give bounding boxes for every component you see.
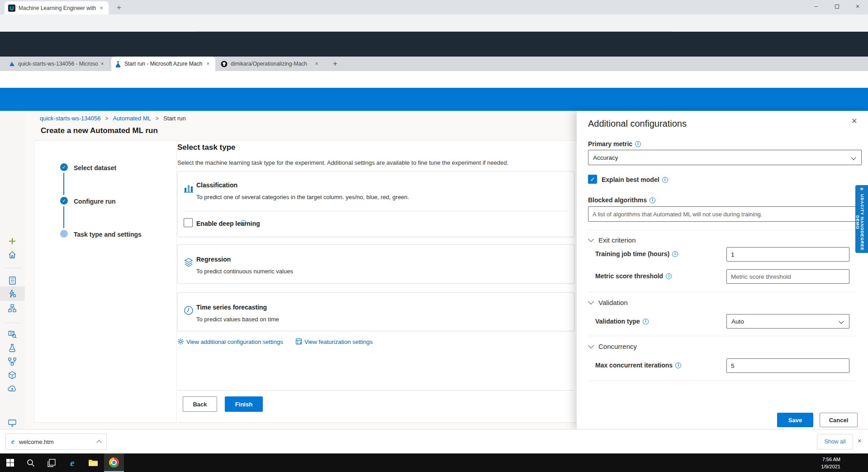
close-icon[interactable] (847, 0, 868, 13)
close-icon[interactable] (851, 117, 857, 125)
metric-threshold-label: Metric score threshold (595, 272, 663, 280)
chrome-button[interactable] (104, 453, 124, 472)
chevron-right-icon (105, 115, 108, 122)
close-icon[interactable] (98, 5, 105, 12)
outer-tab-strip: Machine Learning Engineer with (0, 0, 868, 14)
enable-deep-learning-label: Enable deep learning (196, 220, 260, 227)
datasets-icon[interactable] (7, 329, 18, 340)
primary-metric-select[interactable]: Accuracy (588, 150, 862, 165)
automated-ml-icon[interactable] (7, 288, 18, 299)
outer-browser-tab[interactable]: Machine Learning Engineer with (5, 1, 109, 14)
azure-header: Microsoft Azure Machine Learning ? O1 (0, 88, 868, 111)
chevron-up-icon[interactable] (96, 440, 101, 445)
new-tab-button[interactable] (114, 3, 124, 13)
task-card-regression[interactable]: Regression To predict continuous numeric… (177, 244, 574, 284)
models-icon[interactable] (7, 370, 18, 381)
step-task-type-icon[interactable] (60, 230, 68, 238)
info-icon[interactable] (650, 197, 655, 203)
step-select-dataset[interactable]: Select dataset (74, 164, 116, 172)
udacity-demo-tab[interactable]: UDACITY NANODEGREE DEMO (855, 185, 868, 253)
validation-section[interactable]: Validation (589, 299, 628, 306)
blocked-algorithms-label: Blocked algorithms (588, 196, 647, 204)
breadcrumb-automl[interactable]: Automated ML (113, 115, 151, 122)
vm-tab-start-run[interactable]: Start run - Microsoft Azure Mach (111, 57, 215, 71)
clock-date: 1/9/2021 (814, 463, 840, 471)
file-explorer-button[interactable] (83, 453, 103, 472)
task-view-button[interactable] (42, 453, 62, 472)
step-task-type[interactable]: Task type and settings (74, 231, 142, 238)
info-icon[interactable] (643, 319, 649, 324)
info-icon[interactable] (666, 273, 672, 279)
nav-menu-icon[interactable] (8, 225, 17, 231)
start-button[interactable] (0, 453, 20, 472)
close-icon[interactable] (99, 60, 106, 67)
view-featurization-link[interactable]: View featurization settings (304, 339, 373, 345)
info-icon[interactable] (672, 251, 678, 257)
metric-score-threshold-input[interactable] (726, 269, 849, 284)
divider (4, 268, 22, 268)
taskbar-clock[interactable]: 7:56 AM 1/9/2021 (814, 456, 840, 471)
expand-icon (855, 185, 868, 192)
view-additional-config-link[interactable]: View additional configuration settings (186, 339, 283, 345)
validation-type-select[interactable]: Auto (726, 314, 849, 329)
home-icon[interactable] (7, 249, 18, 260)
show-all-button[interactable]: Show all (817, 434, 853, 449)
section-heading: Select task type (177, 143, 236, 152)
finish-button[interactable]: Finish (225, 396, 263, 412)
vm-tab-github[interactable]: dimikara/Operationalizing-Mach (217, 57, 324, 71)
outer-toolbar: ◁ ▷ classroom.udacity.com/nanodegrees/nd… (0, 14, 868, 32)
experiments-icon[interactable] (7, 343, 18, 353)
divider (184, 211, 568, 211)
endpoints-icon[interactable] (7, 383, 18, 394)
search-button[interactable] (21, 453, 41, 472)
enable-deep-learning-checkbox[interactable] (184, 218, 193, 227)
breadcrumb: quick-starts-ws-134056 Automated ML Star… (40, 115, 186, 122)
blocked-algorithms-input[interactable] (588, 206, 862, 222)
chevron-down-icon (588, 343, 594, 348)
close-icon[interactable] (313, 60, 320, 67)
exit-criterion-section[interactable]: Exit criterion (589, 236, 636, 244)
task-card-classification[interactable]: Classification To predict one of several… (177, 171, 574, 237)
step-configure-run[interactable]: Configure run (74, 198, 116, 205)
concurrency-section[interactable]: Concurrency (589, 343, 637, 350)
azure-ml-flask-icon (115, 61, 121, 67)
chevron-down-icon (588, 299, 594, 305)
chevron-down-icon (839, 319, 844, 324)
task-desc: To predict continuous numeric values (196, 268, 293, 275)
internet-explorer-button[interactable] (62, 453, 82, 472)
training-job-time-input[interactable] (726, 247, 849, 262)
explain-best-model-checkbox[interactable] (588, 175, 597, 184)
validation-type-label: Validation type (595, 318, 640, 325)
info-icon[interactable] (675, 362, 681, 368)
regression-icon (184, 257, 194, 267)
breadcrumb-workspace[interactable]: quick-starts-ws-134056 (40, 115, 100, 122)
demo-tab-label: UDACITY NANODEGREE DEMO (855, 193, 864, 251)
maximize-icon[interactable] (826, 0, 847, 13)
compute-icon[interactable] (7, 418, 18, 429)
info-icon[interactable] (662, 177, 668, 183)
chevron-down-icon (588, 236, 594, 242)
download-item[interactable]: welcome.htm (5, 434, 107, 450)
notebooks-icon[interactable] (7, 275, 18, 286)
minimize-icon[interactable] (806, 0, 826, 13)
info-icon[interactable] (635, 141, 641, 147)
back-button[interactable]: Back (183, 396, 217, 412)
close-icon[interactable] (204, 60, 212, 67)
featurization-icon (295, 338, 302, 345)
save-button[interactable]: Save (777, 413, 813, 427)
task-card-forecasting[interactable]: Time series forecasting To predict value… (177, 292, 574, 331)
pipelines-icon[interactable] (7, 356, 18, 367)
step-configure-run-icon[interactable] (60, 197, 68, 205)
cancel-button[interactable]: Cancel (820, 413, 858, 427)
info-icon[interactable] (241, 220, 247, 226)
download-filename: welcome.htm (19, 439, 93, 445)
new-icon[interactable] (7, 236, 18, 247)
designer-icon[interactable] (7, 303, 18, 314)
step-select-dataset-icon[interactable] (60, 163, 68, 171)
vm-new-tab-button[interactable] (330, 59, 340, 69)
vm-tab-workspace[interactable]: quick-starts-ws-134056 - Microso (5, 57, 109, 71)
chrome-icon (109, 458, 119, 467)
max-concurrent-iterations-input[interactable] (726, 358, 849, 373)
vm-tab-strip: quick-starts-ws-134056 - Microso Start r… (0, 57, 868, 71)
close-icon[interactable] (858, 437, 862, 444)
